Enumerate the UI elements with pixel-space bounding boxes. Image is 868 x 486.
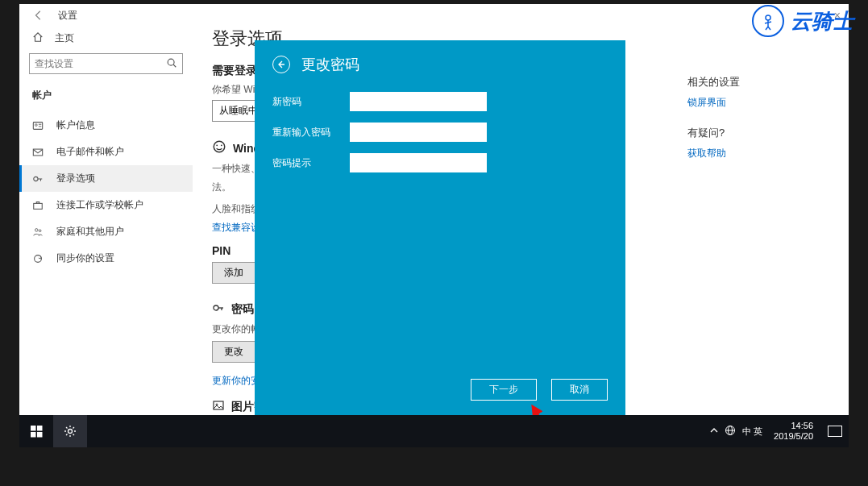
svg-point-26 <box>69 430 73 434</box>
taskbar: 中 英 14:56 2019/5/20 <box>19 415 849 447</box>
lockscreen-link[interactable]: 锁屏界面 <box>687 96 829 110</box>
svg-rect-19 <box>214 401 223 409</box>
hint-label: 密码提示 <box>272 156 350 170</box>
network-icon[interactable] <box>725 425 736 438</box>
related-settings-header: 相关的设置 <box>687 75 829 89</box>
svg-point-13 <box>214 141 225 152</box>
cancel-button[interactable]: 取消 <box>551 379 608 401</box>
sidebar-item-signin-options[interactable]: 登录选项 <box>19 165 193 192</box>
confirm-password-input[interactable] <box>350 123 487 142</box>
key-icon <box>212 301 225 318</box>
search-icon <box>166 57 177 71</box>
sidebar-item-work-school[interactable]: 连接工作或学校帐户 <box>19 192 193 218</box>
change-password-dialog: 更改密码 新密码 重新输入密码 密码提示 下一步 取消 <box>255 40 625 415</box>
sidebar-item-label: 连接工作或学校帐户 <box>56 198 143 212</box>
people-icon <box>32 226 45 238</box>
svg-point-11 <box>35 228 39 231</box>
next-button[interactable]: 下一步 <box>471 379 537 401</box>
svg-point-12 <box>39 229 41 231</box>
sidebar-item-email-accounts[interactable]: 电子邮件和帐户 <box>19 139 193 165</box>
svg-rect-25 <box>37 432 43 438</box>
hint-input[interactable] <box>350 153 487 172</box>
ime-indicator[interactable]: 中 英 <box>742 426 762 438</box>
window-title: 设置 <box>58 9 77 23</box>
sidebar-item-sync-settings[interactable]: 同步你的设置 <box>19 245 193 272</box>
sidebar-item-label: 登录选项 <box>56 172 95 185</box>
start-button[interactable] <box>19 415 53 447</box>
svg-rect-10 <box>34 203 43 209</box>
sidebar-home[interactable]: 主页 <box>19 27 193 53</box>
search-input[interactable]: 查找设置 <box>29 53 183 74</box>
svg-rect-22 <box>31 426 36 431</box>
settings-sidebar: 主页 查找设置 帐户 帐户信息 电子邮件和帐户 <box>19 27 193 415</box>
new-password-label: 新密码 <box>272 95 350 109</box>
svg-point-14 <box>216 144 218 146</box>
svg-point-0 <box>168 59 174 65</box>
sidebar-item-family-users[interactable]: 家庭和其他用户 <box>19 218 193 245</box>
svg-point-15 <box>221 144 222 146</box>
tray-chevron-up-icon[interactable] <box>710 426 718 436</box>
dialog-title: 更改密码 <box>301 55 359 74</box>
sidebar-item-account-info[interactable]: 帐户信息 <box>19 112 193 139</box>
sidebar-item-label: 帐户信息 <box>56 118 95 132</box>
key-icon <box>32 173 45 185</box>
briefcase-icon <box>32 200 45 211</box>
new-password-input[interactable] <box>350 92 487 111</box>
clock-time: 14:56 <box>774 421 813 431</box>
sidebar-item-label: 家庭和其他用户 <box>56 225 124 239</box>
smiley-icon <box>212 139 226 157</box>
sidebar-section-label: 帐户 <box>19 84 193 112</box>
svg-line-1 <box>173 64 176 67</box>
id-card-icon <box>32 120 45 131</box>
svg-rect-24 <box>31 432 36 438</box>
svg-point-16 <box>214 305 218 310</box>
get-help-link[interactable]: 获取帮助 <box>687 147 829 160</box>
gear-icon <box>64 425 77 438</box>
sidebar-item-label: 电子邮件和帐户 <box>56 145 124 159</box>
svg-point-7 <box>34 177 38 181</box>
svg-rect-23 <box>37 426 43 431</box>
related-settings-rail: 相关的设置 锁屏界面 有疑问? 获取帮助 <box>687 27 849 415</box>
system-tray[interactable]: 中 英 14:56 2019/5/20 <box>710 421 849 442</box>
window-titlebar: 设置 <box>19 4 849 27</box>
clock-date: 2019/5/20 <box>774 431 813 442</box>
sidebar-item-label: 同步你的设置 <box>56 251 114 265</box>
confirm-password-label: 重新输入密码 <box>272 126 350 139</box>
pin-add-button[interactable]: 添加 <box>212 262 255 284</box>
sidebar-home-label: 主页 <box>55 31 74 45</box>
taskbar-clock[interactable]: 14:56 2019/5/20 <box>769 421 818 442</box>
svg-rect-2 <box>33 122 42 129</box>
back-button[interactable] <box>29 6 48 25</box>
password-header: 密码 <box>231 302 254 317</box>
arrow-left-icon <box>33 10 44 21</box>
dialog-back-button[interactable] <box>272 56 290 73</box>
window-close-button[interactable]: × <box>834 9 841 22</box>
sync-icon <box>32 253 45 264</box>
home-icon <box>32 31 44 45</box>
taskbar-settings-button[interactable] <box>53 415 87 447</box>
search-placeholder: 查找设置 <box>35 57 166 71</box>
windows-icon <box>31 426 43 438</box>
action-center-icon[interactable] <box>828 426 842 437</box>
arrow-left-icon <box>277 60 285 69</box>
svg-point-3 <box>35 123 38 126</box>
picture-icon <box>212 399 225 415</box>
mail-icon <box>32 147 45 158</box>
questions-header: 有疑问? <box>687 126 829 140</box>
password-change-button[interactable]: 更改 <box>212 341 255 363</box>
